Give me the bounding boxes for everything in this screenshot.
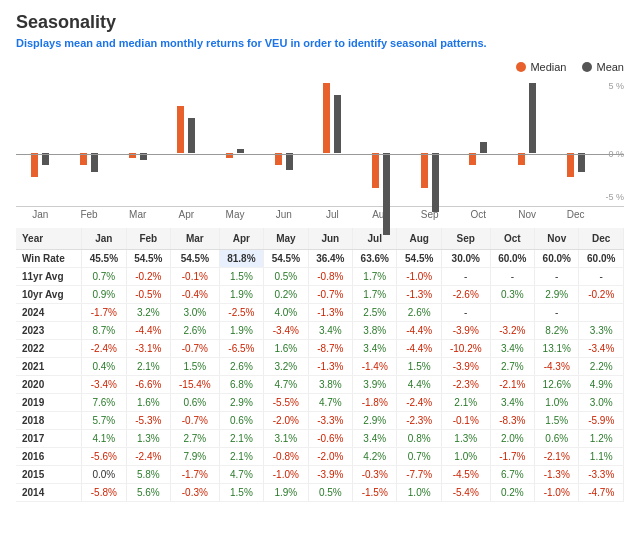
table-cell: -4.4% [397,340,441,358]
table-cell: 4.1% [82,430,126,448]
table-cell: -0.8% [264,448,308,466]
table-cell: -4.4% [126,322,170,340]
table-header: Dec [579,228,624,250]
table-cell: 54.5% [171,250,220,268]
table-row: 10yr Avg0.9%-0.5%-0.4%1.9%0.2%-0.7%1.7%-… [16,286,624,304]
table-cell: 1.0% [397,484,441,502]
table-cell: 2.1% [441,394,490,412]
table-cell: 1.2% [579,430,624,448]
table-cell: -2.1% [535,448,579,466]
mean-bar [383,153,390,235]
median-dot [516,62,526,72]
month-labels: JanFebMarAprMayJunJulAugSepOctNovDec [16,209,624,220]
month-label: May [211,209,260,220]
table-cell: - [535,268,579,286]
table-cell: -3.3% [308,412,352,430]
table-cell: 3.8% [353,322,397,340]
table-cell: -1.7% [490,448,534,466]
table-cell: 0.6% [219,412,263,430]
mean-bar [334,95,341,154]
table-cell: 3.1% [264,430,308,448]
month-label: Jul [308,209,357,220]
table-cell: 2.5% [353,304,397,322]
chart-legend: Median Mean [16,61,624,73]
table-cell: -10.2% [441,340,490,358]
month-bar-group [454,83,503,200]
month-bar-group [551,83,600,200]
table-cell: 4.7% [219,466,263,484]
table-cell: -2.0% [264,412,308,430]
table-cell: -0.5% [126,286,170,304]
table-row: 20185.7%-5.3%-0.7%0.6%-2.0%-3.3%2.9%-2.3… [16,412,624,430]
table-cell: -1.7% [82,304,126,322]
table-cell: -1.4% [353,358,397,376]
table-cell: -0.1% [441,412,490,430]
mean-bar [286,153,293,169]
table-cell: 8.2% [535,322,579,340]
row-label: 2019 [16,394,82,412]
table-row: 2022-2.4%-3.1%-0.7%-6.5%1.6%-8.7%3.4%-4.… [16,340,624,358]
table-row: Win Rate45.5%54.5%54.5%81.8%54.5%36.4%63… [16,250,624,268]
table-cell: 3.3% [579,322,624,340]
table-cell: 3.0% [171,304,220,322]
mean-bar [237,149,244,154]
table-cell: - [490,268,534,286]
table-cell: -2.0% [308,448,352,466]
table-cell: -3.3% [579,466,624,484]
table-cell: -5.6% [82,448,126,466]
table-row: 20150.0%5.8%-1.7%4.7%-1.0%-3.9%-0.3%-7.7… [16,466,624,484]
table-cell: 4.0% [264,304,308,322]
table-cell: 12.6% [535,376,579,394]
row-label: 2023 [16,322,82,340]
row-label: 2017 [16,430,82,448]
table-cell: 1.5% [171,358,220,376]
table-cell: -2.5% [219,304,263,322]
median-bar [372,153,379,188]
month-bar-group [405,83,454,200]
table-cell: -7.7% [397,466,441,484]
month-bar-group [113,83,162,200]
table-cell: -0.4% [171,286,220,304]
table-cell: 3.2% [126,304,170,322]
table-cell: -5.3% [126,412,170,430]
table-cell: 0.0% [82,466,126,484]
table-cell: 81.8% [219,250,263,268]
table-cell: -0.2% [579,286,624,304]
table-cell: -2.3% [441,376,490,394]
table-header: Jul [353,228,397,250]
table-cell: 6.7% [490,466,534,484]
table-cell: 3.0% [579,394,624,412]
table-cell: 2.9% [353,412,397,430]
mean-bar [529,83,536,153]
mean-bar [188,118,195,153]
table-cell: 0.2% [490,484,534,502]
table-cell: -3.4% [579,340,624,358]
table-header: Jan [82,228,126,250]
table-cell: 2.1% [126,358,170,376]
mean-dot [582,62,592,72]
table-cell: 3.9% [353,376,397,394]
table-cell: 2.7% [490,358,534,376]
table-cell: 5.8% [126,466,170,484]
table-cell: -0.7% [171,412,220,430]
table-cell: -4.5% [441,466,490,484]
table-cell: 3.4% [490,394,534,412]
table-cell: 4.7% [308,394,352,412]
legend-mean: Mean [582,61,624,73]
month-bar-group [16,83,65,200]
table-cell: 2.1% [219,430,263,448]
table-cell: 0.7% [82,268,126,286]
table-row: 2020-3.4%-6.6%-15.4%6.8%4.7%3.8%3.9%4.4%… [16,376,624,394]
table-cell: 7.9% [171,448,220,466]
table-cell: 0.4% [82,358,126,376]
row-label: 2020 [16,376,82,394]
table-cell: 1.0% [535,394,579,412]
table-cell: -1.5% [353,484,397,502]
table-cell: -3.2% [490,322,534,340]
month-label: Feb [65,209,114,220]
table-cell: -1.3% [535,466,579,484]
table-cell: 1.6% [126,394,170,412]
table-cell: 5.7% [82,412,126,430]
ticker-link[interactable]: VEU [265,37,288,49]
table-cell: 60.0% [535,250,579,268]
